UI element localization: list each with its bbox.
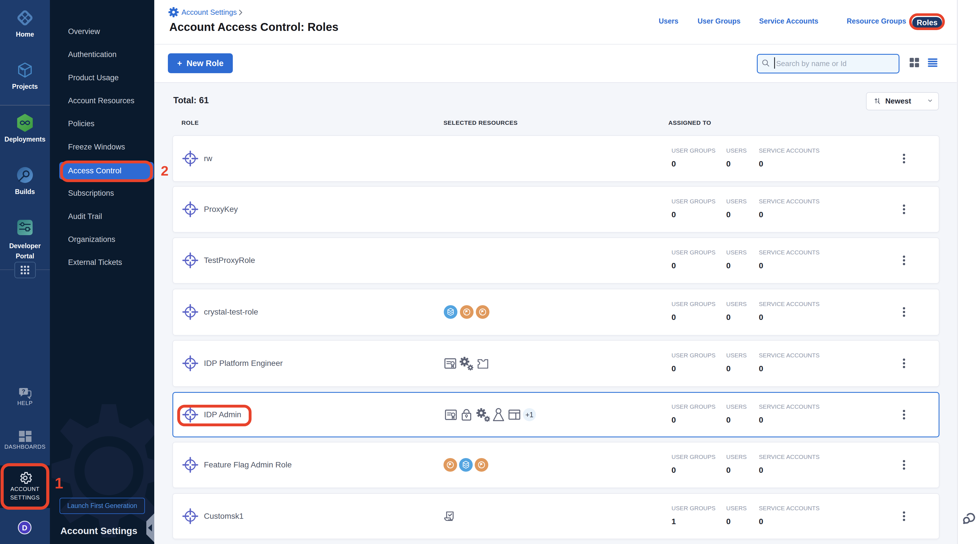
svg-text:?: ? — [22, 388, 25, 394]
